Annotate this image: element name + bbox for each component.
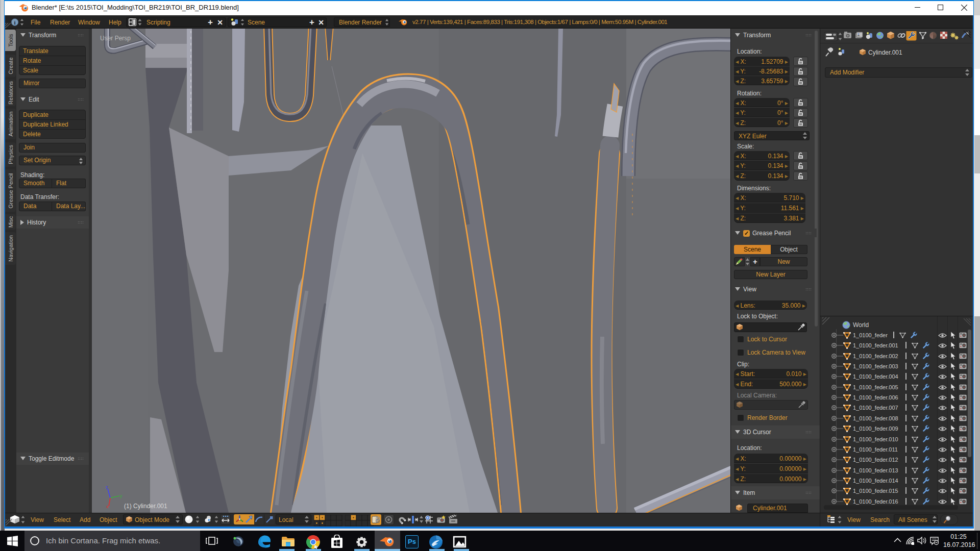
svg-text:i: i — [14, 19, 15, 26]
svg-text:z: z — [106, 485, 108, 490]
svg-text:y: y — [120, 493, 122, 498]
svg-text:x: x — [106, 504, 109, 508]
